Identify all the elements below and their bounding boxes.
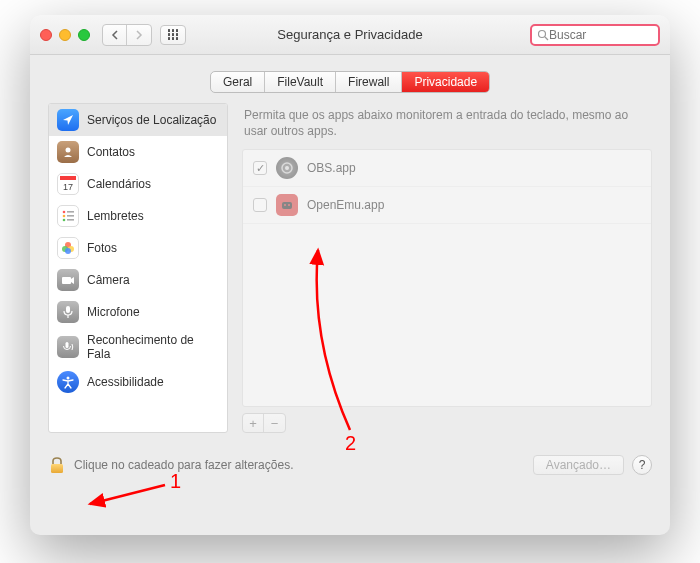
tab-firewall[interactable]: Firewall (336, 72, 402, 92)
sidebar-item-calendars[interactable]: 17 Calendários (49, 168, 227, 200)
privacy-sidebar: Serviços de Localização Contatos 17 Cale… (48, 103, 228, 433)
search-input[interactable] (549, 28, 653, 42)
svg-rect-3 (60, 176, 76, 180)
location-icon (57, 109, 79, 131)
sidebar-label: Contatos (87, 145, 135, 159)
sidebar-label: Lembretes (87, 209, 144, 223)
app-name: OpenEmu.app (307, 198, 384, 212)
preferences-window: Segurança e Privacidade Geral FileVault … (30, 15, 670, 535)
sidebar-item-accessibility[interactable]: Acessibilidade (49, 366, 227, 398)
svg-rect-10 (67, 219, 74, 221)
lock-icon (49, 456, 65, 474)
search-field[interactable] (530, 24, 660, 46)
svg-point-14 (65, 248, 71, 254)
app-row[interactable]: OpenEmu.app (243, 187, 651, 224)
tab-segment: Geral FileVault Firewall Privacidade (210, 71, 490, 93)
svg-rect-18 (66, 342, 69, 348)
contacts-icon (57, 141, 79, 163)
add-button[interactable]: + (243, 414, 264, 432)
microphone-icon (57, 301, 79, 323)
svg-point-19 (67, 377, 70, 380)
back-button[interactable] (103, 25, 127, 45)
svg-rect-16 (66, 306, 70, 313)
search-icon (537, 29, 549, 41)
svg-rect-22 (282, 202, 292, 209)
traffic-lights (40, 29, 90, 41)
sidebar-label: Fotos (87, 241, 117, 255)
main-panel: Permita que os apps abaixo monitorem a e… (242, 103, 652, 433)
camera-icon (57, 269, 79, 291)
tab-bar: Geral FileVault Firewall Privacidade (30, 55, 670, 103)
svg-point-24 (288, 204, 290, 206)
svg-rect-8 (67, 215, 74, 217)
remove-button[interactable]: − (264, 414, 285, 432)
svg-point-21 (285, 166, 289, 170)
svg-point-7 (63, 215, 66, 218)
sidebar-item-reminders[interactable]: Lembretes (49, 200, 227, 232)
lock-text: Clique no cadeado para fazer alterações. (74, 458, 293, 472)
sidebar-item-photos[interactable]: Fotos (49, 232, 227, 264)
photos-icon (57, 237, 79, 259)
app-checkbox[interactable] (253, 198, 267, 212)
svg-text:17: 17 (63, 182, 73, 192)
grid-icon (168, 29, 179, 40)
annotation-label-2: 2 (345, 432, 356, 455)
advanced-button[interactable]: Avançado… (533, 455, 624, 475)
calendar-icon: 17 (57, 173, 79, 195)
content-area: Serviços de Localização Contatos 17 Cale… (30, 103, 670, 443)
minimize-button[interactable] (59, 29, 71, 41)
sidebar-item-camera[interactable]: Câmera (49, 264, 227, 296)
svg-rect-6 (67, 211, 74, 213)
sidebar-label: Câmera (87, 273, 130, 287)
svg-point-23 (284, 204, 286, 206)
help-button[interactable]: ? (632, 455, 652, 475)
speech-icon (57, 336, 79, 358)
svg-point-0 (539, 30, 546, 37)
forward-button[interactable] (127, 25, 151, 45)
sidebar-item-speech[interactable]: Reconhecimento de Fala (49, 328, 227, 366)
svg-point-2 (66, 148, 71, 153)
app-list: OBS.app OpenEmu.app (242, 149, 652, 407)
sidebar-label: Calendários (87, 177, 151, 191)
panel-description: Permita que os apps abaixo monitorem a e… (242, 103, 652, 149)
obs-app-icon (276, 157, 298, 179)
titlebar: Segurança e Privacidade (30, 15, 670, 55)
sidebar-item-contacts[interactable]: Contatos (49, 136, 227, 168)
sidebar-label: Reconhecimento de Fala (87, 333, 219, 361)
nav-back-forward (102, 24, 152, 46)
sidebar-label: Microfone (87, 305, 140, 319)
app-row[interactable]: OBS.app (243, 150, 651, 187)
svg-line-1 (545, 37, 548, 40)
openemu-app-icon (276, 194, 298, 216)
svg-point-9 (63, 219, 66, 222)
lock-button[interactable] (48, 455, 66, 475)
sidebar-label: Serviços de Localização (87, 113, 216, 127)
annotation-label-1: 1 (170, 470, 181, 493)
sidebar-label: Acessibilidade (87, 375, 164, 389)
sidebar-item-microphone[interactable]: Microfone (49, 296, 227, 328)
accessibility-icon (57, 371, 79, 393)
app-checkbox[interactable] (253, 161, 267, 175)
add-remove-segment: + − (242, 413, 286, 433)
svg-rect-15 (62, 277, 71, 284)
reminders-icon (57, 205, 79, 227)
sidebar-item-location[interactable]: Serviços de Localização (49, 104, 227, 136)
show-all-button[interactable] (160, 25, 186, 45)
zoom-button[interactable] (78, 29, 90, 41)
tab-filevault[interactable]: FileVault (265, 72, 336, 92)
tab-privacy[interactable]: Privacidade (402, 72, 489, 92)
close-button[interactable] (40, 29, 52, 41)
tab-general[interactable]: Geral (211, 72, 265, 92)
app-name: OBS.app (307, 161, 356, 175)
svg-rect-25 (51, 464, 63, 473)
svg-point-5 (63, 211, 66, 214)
